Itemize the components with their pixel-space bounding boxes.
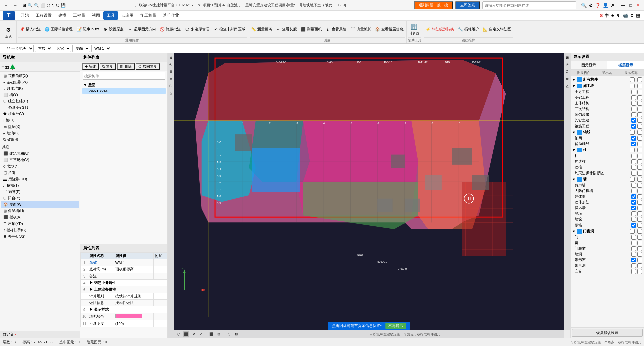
notepad-btn[interactable]: 📝 记事本.txt (75, 26, 100, 32)
shear-wall-label-cb[interactable] (637, 183, 642, 188)
masonry-label-cb[interactable] (637, 194, 642, 199)
curtain-show-cb[interactable] (631, 223, 636, 228)
axis-label-cb[interactable] (637, 130, 642, 135)
canvas-bottom-btn-6[interactable]: ⊡ (216, 331, 222, 337)
measure-dist-btn[interactable]: 📏 测量距离 (250, 26, 273, 32)
earthwork-label-cb[interactable] (637, 90, 642, 94)
strip-win-show-cb[interactable] (631, 258, 636, 262)
minimize-button[interactable]: — (620, 2, 627, 9)
canvas-r-btn-5[interactable]: △ (564, 83, 570, 89)
icon-zhong[interactable]: S (600, 13, 603, 18)
nav-item-site-level[interactable]: ⬜ 平整场地(V) (1, 157, 79, 163)
nav-item-roof[interactable]: 🏠 屋面(W) (1, 201, 79, 208)
set-origin-btn[interactable]: ⊕ 设置原点 (101, 26, 125, 32)
earthwork-show-cb[interactable] (631, 90, 636, 94)
wall-label-cb[interactable] (637, 177, 642, 182)
nav-grid-icon[interactable]: ▦ (5, 64, 9, 70)
canvas-bottom-btn-8[interactable]: ⊟ (233, 331, 239, 337)
axis-show-cb[interactable] (630, 130, 635, 135)
canvas-btn-5[interactable]: ⬡ (168, 83, 174, 89)
comp-search-input[interactable] (83, 72, 165, 80)
tab-element-display[interactable]: 图元显示 (571, 61, 607, 69)
wall-pier-show-cb[interactable] (631, 211, 636, 216)
canvas-r-btn-1[interactable]: ⊞ (564, 54, 570, 60)
canvas-btn-2[interactable]: ◎ (168, 61, 174, 67)
hint-dismiss-btn[interactable]: 不再提示 (386, 323, 406, 329)
tab-floor-display[interactable]: 楼层显示 (607, 61, 644, 69)
comp-tree-item-wm1[interactable]: WM-1 <24> (82, 88, 166, 94)
icon-grid2[interactable]: ▦ (636, 13, 640, 18)
deco-show-cb[interactable] (631, 112, 636, 117)
menu-project-settings[interactable]: 工程设置 (32, 11, 55, 20)
const-label-cb[interactable] (637, 84, 642, 88)
nav-item-trench[interactable]: ⌐ 地沟(G) (1, 130, 79, 136)
canvas-btn-6[interactable]: △ (168, 90, 174, 96)
struct-col-label-cb[interactable] (637, 159, 642, 164)
window-label-cb[interactable] (637, 241, 642, 245)
icon-club[interactable]: ♣ (611, 13, 614, 18)
col-show-cb[interactable] (630, 148, 635, 152)
loss-maint-btn[interactable]: 🔧 损耗维护 (457, 26, 480, 32)
nav-item-build-area[interactable]: ⬛ 建筑面积(U) (1, 150, 79, 157)
civil-def-label-cb[interactable] (637, 189, 642, 193)
icon-video[interactable]: 📹 (623, 13, 628, 18)
masonry-show-cb[interactable] (631, 194, 636, 199)
menu-construction[interactable]: 施工算量 (137, 11, 160, 20)
help-icon-top[interactable]: ❓ (595, 3, 601, 8)
const-show-cb[interactable] (630, 84, 635, 88)
nav-tree-icon[interactable]: 🌲 (10, 64, 15, 70)
insert-note-btn[interactable]: 📌 插入批注 (18, 26, 42, 32)
col-label2-cb[interactable] (637, 154, 642, 158)
prop-row-calc-rule[interactable]: 计算规则 按默认计算规则 (81, 293, 167, 300)
del-comp-btn[interactable]: 🗑 删除 (117, 63, 135, 70)
answer-button[interactable]: 立即答疑 (455, 1, 480, 9)
toolbar-icon-pan[interactable]: ⬡ (56, 3, 59, 8)
view-props-btn[interactable]: ℹ 查看属性 (324, 26, 348, 32)
dw-label-cb[interactable] (637, 229, 642, 234)
grid-show-cb[interactable] (631, 136, 636, 141)
insul-wall-label-cb[interactable] (637, 206, 642, 210)
toolbar-icon-select[interactable]: ⬡ (47, 3, 50, 8)
icon-cn[interactable]: 中 (605, 13, 609, 19)
nav-item-balcony[interactable]: ⬡ 阳台(Y) (1, 195, 79, 201)
canvas-bottom-btn-2[interactable]: ⬛ (183, 331, 189, 337)
main-struct-label-cb[interactable] (637, 101, 642, 106)
nav-item-base-band[interactable]: ≡ 基础垫带(W) (1, 79, 79, 85)
nav-item-eave[interactable]: ⌐ 挑檐(T) (1, 182, 79, 189)
prop-row-elev[interactable]: 2 底标高(m) 顶板顶标高 (81, 266, 167, 273)
component-select[interactable]: WM-1 (91, 45, 111, 52)
door-label-cb[interactable] (637, 235, 642, 240)
toolbar-icon-zoom-in[interactable]: 🔍 (28, 3, 33, 8)
edge-col-show-cb[interactable] (631, 171, 636, 176)
main-struct-show-cb[interactable] (631, 101, 636, 106)
prop-row-note[interactable]: 3 备注 (81, 273, 167, 280)
menu-view[interactable]: 视图 (89, 11, 103, 20)
settings-icon-top[interactable]: ⚙ (589, 3, 593, 8)
icon-gear2[interactable]: ⚙ (630, 13, 634, 18)
feedback-button[interactable]: 遇到问题，搜一搜 (414, 1, 453, 9)
fill-color-swatch[interactable] (115, 314, 142, 318)
icon-mic[interactable]: 🎙 (616, 13, 621, 18)
edge-col-label-cb[interactable] (637, 171, 642, 176)
menu-pricing[interactable]: 造价作业 (160, 11, 182, 20)
door-win-label-cb[interactable] (637, 246, 642, 251)
masonry-reinf-show-cb[interactable] (631, 200, 636, 205)
nav-item-strip-found[interactable]: — 条形基础(T) (1, 104, 79, 111)
nav-item-post-cast[interactable]: ▬ 后浇带(UD) (1, 176, 79, 182)
menu-cloud[interactable]: 云应用 (118, 11, 137, 20)
reset-defaults-btn[interactable]: 恢复默认设置 (572, 329, 643, 337)
canvas-btn-3[interactable]: ⊞ (168, 68, 174, 75)
canvas-btn-4[interactable]: ◈ (168, 76, 174, 82)
copy-comp-btn[interactable]: ⧉ 复制 (100, 63, 116, 70)
nav-item-isolated-found[interactable]: ⬡ 独立基础(D) (1, 98, 79, 104)
prop-row-opacity[interactable]: 11 不透明度 (100) (81, 320, 167, 327)
found-show-cb[interactable] (631, 95, 636, 100)
col-cb[interactable] (631, 154, 636, 158)
view-length-btn[interactable]: ↔ 查看长度 (274, 26, 298, 32)
nav-item-scaffold[interactable]: ⊞ 脚手架(JS) (1, 233, 79, 240)
canvas-bottom-btn-4[interactable]: ∠ (198, 331, 204, 337)
calculator-btn[interactable]: 🔢 计算器 (408, 22, 421, 36)
struct-col-show-cb[interactable] (631, 159, 636, 164)
sub-select[interactable]: 屋面 (72, 45, 90, 52)
check-unclosed-btn[interactable]: ✓ 检查未封闭区域 (212, 26, 247, 32)
